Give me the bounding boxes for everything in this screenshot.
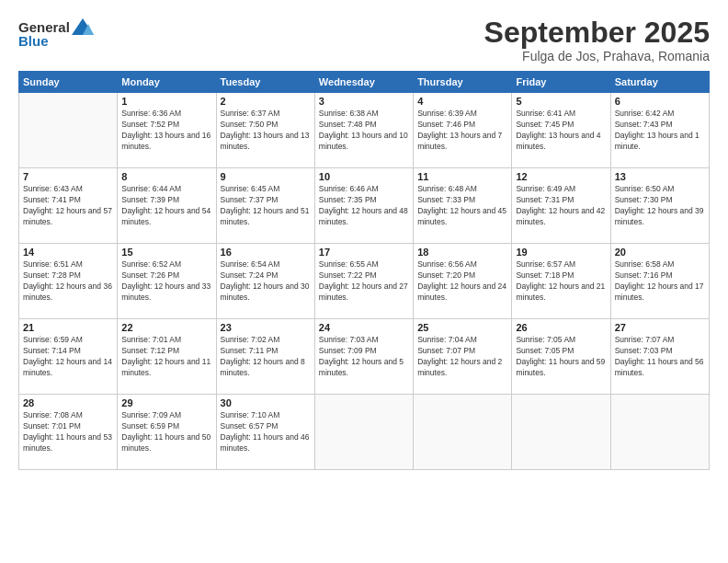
table-row: 25Sunrise: 7:04 AMSunset: 7:07 PMDayligh…: [414, 319, 512, 395]
day-number: 14: [23, 247, 113, 258]
table-row: 10Sunrise: 6:46 AMSunset: 7:35 PMDayligh…: [314, 168, 413, 244]
logo-icon: [70, 17, 96, 37]
table-row: 5Sunrise: 6:41 AMSunset: 7:45 PMDaylight…: [512, 93, 610, 168]
calendar-header-row: Sunday Monday Tuesday Wednesday Thursday…: [19, 72, 710, 93]
day-info: Sunrise: 6:36 AMSunset: 7:52 PMDaylight:…: [121, 109, 211, 153]
day-number: 15: [121, 247, 211, 258]
table-row: 30Sunrise: 7:10 AMSunset: 6:57 PMDayligh…: [216, 395, 314, 470]
table-row: 12Sunrise: 6:49 AMSunset: 7:31 PMDayligh…: [512, 168, 610, 244]
day-number: 27: [615, 322, 705, 333]
day-info: Sunrise: 6:48 AMSunset: 7:33 PMDaylight:…: [417, 184, 507, 228]
day-number: 25: [417, 322, 507, 333]
day-info: Sunrise: 6:45 AMSunset: 7:37 PMDaylight:…: [221, 184, 311, 228]
day-info: Sunrise: 6:57 AMSunset: 7:18 PMDaylight:…: [516, 259, 606, 304]
day-info: Sunrise: 6:56 AMSunset: 7:20 PMDaylight:…: [417, 259, 507, 304]
month-title: September 2025: [484, 17, 710, 49]
day-number: 1: [121, 96, 211, 107]
day-info: Sunrise: 6:58 AMSunset: 7:16 PMDaylight:…: [615, 259, 705, 304]
day-number: 24: [319, 322, 409, 333]
day-number: 6: [615, 96, 705, 107]
table-row: 17Sunrise: 6:55 AMSunset: 7:22 PMDayligh…: [314, 244, 413, 319]
day-number: 26: [516, 322, 606, 333]
day-info: Sunrise: 7:03 AMSunset: 7:09 PMDaylight:…: [319, 335, 409, 379]
day-info: Sunrise: 6:55 AMSunset: 7:22 PMDaylight:…: [319, 259, 409, 304]
day-number: 30: [221, 397, 311, 408]
logo: General Blue: [18, 17, 96, 49]
day-info: Sunrise: 7:04 AMSunset: 7:07 PMDaylight:…: [417, 335, 507, 379]
logo-general: General: [18, 19, 70, 35]
table-row: [414, 395, 512, 470]
table-row: 21Sunrise: 6:59 AMSunset: 7:14 PMDayligh…: [19, 319, 118, 395]
table-row: [610, 395, 709, 470]
table-row: 27Sunrise: 7:07 AMSunset: 7:03 PMDayligh…: [610, 319, 709, 395]
day-number: 12: [516, 171, 606, 182]
day-info: Sunrise: 6:39 AMSunset: 7:46 PMDaylight:…: [417, 109, 507, 153]
day-info: Sunrise: 6:51 AMSunset: 7:28 PMDaylight:…: [23, 259, 113, 304]
table-row: 2Sunrise: 6:37 AMSunset: 7:50 PMDaylight…: [216, 93, 314, 168]
table-row: 23Sunrise: 7:02 AMSunset: 7:11 PMDayligh…: [216, 319, 314, 395]
calendar-week-row: 28Sunrise: 7:08 AMSunset: 7:01 PMDayligh…: [19, 395, 710, 470]
day-info: Sunrise: 6:49 AMSunset: 7:31 PMDaylight:…: [516, 184, 606, 228]
day-info: Sunrise: 7:07 AMSunset: 7:03 PMDaylight:…: [615, 335, 705, 379]
day-info: Sunrise: 6:54 AMSunset: 7:24 PMDaylight:…: [221, 259, 311, 304]
table-row: 9Sunrise: 6:45 AMSunset: 7:37 PMDaylight…: [216, 168, 314, 244]
calendar-table: Sunday Monday Tuesday Wednesday Thursday…: [18, 71, 710, 470]
table-row: [314, 395, 413, 470]
day-number: 21: [23, 322, 113, 333]
day-info: Sunrise: 7:10 AMSunset: 6:57 PMDaylight:…: [221, 410, 311, 454]
day-info: Sunrise: 6:46 AMSunset: 7:35 PMDaylight:…: [319, 184, 409, 228]
header: General Blue September 2025 Fulga de Jos…: [18, 17, 710, 63]
day-info: Sunrise: 6:59 AMSunset: 7:14 PMDaylight:…: [23, 335, 113, 379]
day-number: 28: [23, 397, 113, 408]
day-number: 4: [417, 96, 507, 107]
table-row: 1Sunrise: 6:36 AMSunset: 7:52 PMDaylight…: [118, 93, 216, 168]
day-number: 3: [319, 96, 409, 107]
col-tuesday: Tuesday: [216, 72, 314, 93]
day-info: Sunrise: 7:01 AMSunset: 7:12 PMDaylight:…: [121, 335, 211, 379]
table-row: 29Sunrise: 7:09 AMSunset: 6:59 PMDayligh…: [118, 395, 216, 470]
table-row: 8Sunrise: 6:44 AMSunset: 7:39 PMDaylight…: [118, 168, 216, 244]
col-wednesday: Wednesday: [314, 72, 413, 93]
calendar-week-row: 14Sunrise: 6:51 AMSunset: 7:28 PMDayligh…: [19, 244, 710, 319]
day-info: Sunrise: 7:08 AMSunset: 7:01 PMDaylight:…: [23, 410, 113, 454]
col-thursday: Thursday: [414, 72, 512, 93]
col-saturday: Saturday: [610, 72, 709, 93]
day-number: 29: [121, 397, 211, 408]
day-number: 23: [221, 322, 311, 333]
day-number: 18: [417, 247, 507, 258]
page: General Blue September 2025 Fulga de Jos…: [0, 0, 728, 563]
table-row: 26Sunrise: 7:05 AMSunset: 7:05 PMDayligh…: [512, 319, 610, 395]
table-row: 22Sunrise: 7:01 AMSunset: 7:12 PMDayligh…: [118, 319, 216, 395]
calendar-week-row: 7Sunrise: 6:43 AMSunset: 7:41 PMDaylight…: [19, 168, 710, 244]
day-number: 5: [516, 96, 606, 107]
title-block: September 2025 Fulga de Jos, Prahava, Ro…: [484, 17, 710, 63]
col-sunday: Sunday: [19, 72, 118, 93]
day-number: 19: [516, 247, 606, 258]
day-number: 8: [121, 171, 211, 182]
table-row: 16Sunrise: 6:54 AMSunset: 7:24 PMDayligh…: [216, 244, 314, 319]
logo-blue: Blue: [18, 33, 49, 49]
table-row: [512, 395, 610, 470]
table-row: 14Sunrise: 6:51 AMSunset: 7:28 PMDayligh…: [19, 244, 118, 319]
table-row: [19, 93, 118, 168]
day-info: Sunrise: 6:42 AMSunset: 7:43 PMDaylight:…: [615, 109, 705, 153]
table-row: 7Sunrise: 6:43 AMSunset: 7:41 PMDaylight…: [19, 168, 118, 244]
table-row: 11Sunrise: 6:48 AMSunset: 7:33 PMDayligh…: [414, 168, 512, 244]
col-monday: Monday: [118, 72, 216, 93]
table-row: 28Sunrise: 7:08 AMSunset: 7:01 PMDayligh…: [19, 395, 118, 470]
table-row: 24Sunrise: 7:03 AMSunset: 7:09 PMDayligh…: [314, 319, 413, 395]
day-number: 16: [221, 247, 311, 258]
day-info: Sunrise: 7:09 AMSunset: 6:59 PMDaylight:…: [121, 410, 211, 454]
table-row: 18Sunrise: 6:56 AMSunset: 7:20 PMDayligh…: [414, 244, 512, 319]
calendar-week-row: 1Sunrise: 6:36 AMSunset: 7:52 PMDaylight…: [19, 93, 710, 168]
day-info: Sunrise: 6:52 AMSunset: 7:26 PMDaylight:…: [121, 259, 211, 304]
table-row: 3Sunrise: 6:38 AMSunset: 7:48 PMDaylight…: [314, 93, 413, 168]
day-number: 7: [23, 171, 113, 182]
day-number: 10: [319, 171, 409, 182]
day-info: Sunrise: 6:37 AMSunset: 7:50 PMDaylight:…: [221, 109, 311, 153]
day-info: Sunrise: 7:02 AMSunset: 7:11 PMDaylight:…: [221, 335, 311, 379]
location-title: Fulga de Jos, Prahava, Romania: [484, 49, 710, 63]
table-row: 15Sunrise: 6:52 AMSunset: 7:26 PMDayligh…: [118, 244, 216, 319]
table-row: 13Sunrise: 6:50 AMSunset: 7:30 PMDayligh…: [610, 168, 709, 244]
day-number: 9: [221, 171, 311, 182]
